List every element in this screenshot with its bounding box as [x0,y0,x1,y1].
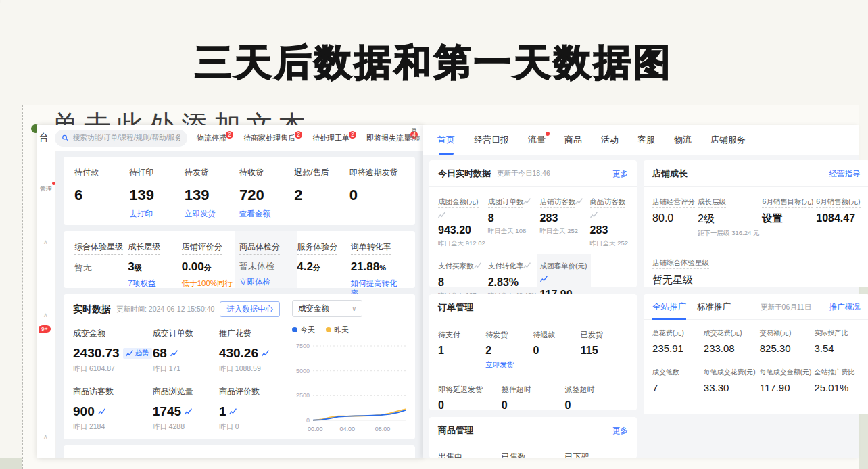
ship-now-link[interactable]: 立即发货 [485,360,533,370]
trend-icon[interactable] [262,350,269,357]
promo-roi: 实际投产比3.54 [814,328,860,354]
left-main: 待付款6 待打印139去打印 待发货139立即发货 待收货720查看金额 退款/… [56,151,423,458]
rights-link[interactable]: 7项权益 [128,278,181,289]
today-updated: 更新于今日18:46 [497,169,550,178]
promo-button[interactable] [249,458,317,458]
order-stats-card: 待付款6 待打印139去打印 待发货139立即发货 待收货720查看金额 退款/… [64,157,415,225]
trend-icon[interactable] [170,350,178,357]
stat-product-check: 商品体检分暂未体检立即体检 [235,231,297,288]
ship-now-link[interactable]: 立即发货 [185,209,239,219]
goods-title: 商品管理 [438,424,473,437]
promo-overview-link[interactable]: 推广概况 [829,302,861,312]
right-dashboard: 首页 经营日报 流量 商品 活动 客服 物流 店铺服务 今日实时数据 更新于今日… [423,125,859,458]
badge: 2 [349,131,356,139]
tab-daily-report[interactable]: 经营日报 [474,134,509,146]
tab-home[interactable]: 首页 [437,134,455,146]
legend-dot-yesterday [326,327,331,332]
x-axis-labels: 00:00 04:00 08:00 [313,426,408,434]
check-now-link[interactable]: 立即体检 [239,277,293,287]
chevron-up-icon[interactable]: ∧ [43,239,48,245]
order-pickup-timeout: 揽件超时0 [502,385,565,412]
series-today-line [313,410,406,420]
stat-inquiry-conversion: 询单转化率21.88%如何提高转化率 [351,240,404,280]
metric-group-orders: 成团订单数8昨日全天 108 [488,195,537,248]
tab-logistics[interactable]: 物流 [674,134,692,146]
stat-growth-level: 成长层级3级7项权益 [128,240,181,280]
search-input[interactable]: 搜索功能/订单/课程/规则/帮助/服务 [55,130,187,147]
below-peers-link[interactable]: 低于100%同行 [182,278,235,289]
promo-spend-per-deal: 每笔成交花费(元)33.30 [704,368,757,393]
topnav-logistics-stalled[interactable]: 物流停滞2 [197,133,234,143]
trend-icon[interactable] [185,408,192,415]
right-topnav: 首页 经营日报 流量 商品 活动 客服 物流 店铺服务 [423,125,859,155]
trend-icon [474,262,481,269]
today-realtime-card: 今日实时数据 更新于今日18:46 更多 成团金额(元)943.20昨日全天 9… [429,160,637,287]
more-link[interactable]: 更多 [612,426,628,436]
trend-chip[interactable]: 趋势 [123,348,152,359]
tab-products[interactable]: 商品 [564,134,582,146]
promo-amount-per-deal: 每笔成交金额(元)117.90 [760,368,812,393]
star-value: 暂无星级 [652,274,861,287]
realtime-updated: 更新时间: 2024-06-12 15:50:40 [116,305,214,314]
topnav-pending-tickets[interactable]: 待处理工单2 [312,133,357,143]
slide-title: 三天后数据和第一天数据图 [0,38,868,88]
chart-legend: 今天 昨天 [292,325,408,335]
legend-yesterday[interactable]: 昨天 [326,325,349,335]
left-sidebar: 管理 ∧ ∧ 9+ ∧ [37,151,56,458]
chevron-up-icon[interactable]: ∧ [43,433,48,440]
tab-standard-promo[interactable]: 标准推广 [697,301,731,313]
metric-select[interactable]: 成交金额∨ [292,300,362,317]
view-amount-link[interactable]: 查看金额 [239,209,294,219]
promo-deal-spend: 成交花费(元)233.08 [704,328,757,354]
promo-updated: 更新于06月11日 [761,303,811,312]
orders-title: 订单管理 [438,301,473,314]
y-tick: 2500 [292,392,310,399]
sidebar-count-badge: 9+ [39,325,51,333]
crossborder-corner[interactable]: ⧉ 跨境 [408,126,420,143]
guidance-link[interactable]: 经营指导 [829,169,861,179]
tab-shop-services[interactable]: 店铺服务 [710,134,746,146]
tab-activities[interactable]: 活动 [601,134,619,146]
star-section: 店铺综合体验星级 暂无星级 [644,246,868,287]
sidebar-item-manage[interactable]: 管理 [40,184,52,193]
search-placeholder: 搜索功能/订单/课程/规则/帮助/服务 [73,133,180,143]
growth-title: 店铺成长 [652,168,688,180]
promo-gmv: 交易额(元)825.30 [760,328,812,354]
tab-service[interactable]: 客服 [637,134,655,146]
order-pending-refund: 待退款0 [533,330,581,370]
shop-growth-card: 店铺成长 经营指导 店铺经营评分80.0 成长层级2级距下一层级 316.24 … [644,160,868,287]
goods-col-label: 出售中 [438,451,502,458]
metric-product-views: 商品浏览量1745昨日 4288 [153,385,219,432]
stat-overdue-ship: 即将逾期发货0 [349,166,404,218]
metric-orders: 成交订单数68昨日 171 [153,326,219,374]
data-center-button[interactable]: 进入数据中心 [220,301,280,317]
order-pending-ship: 待发货2立即发货 [485,330,533,370]
trend-icon [438,212,445,218]
badge: 2 [226,131,233,139]
metric-product-reviews: 商品评价数1昨日 0 [219,385,285,432]
line-chart: 7500 5000 2500 0 00:00 04:00 [292,342,408,434]
monthly-sales: 6月销售额(元)1084.47 [816,195,860,238]
tab-traffic[interactable]: 流量 [528,134,546,146]
trend-icon [523,262,531,269]
x-tick: 08:00 [375,426,391,433]
stat-pending-payment: 待付款6 [74,166,129,218]
chevron-up-icon[interactable]: ∧ [43,312,48,318]
promo-deal-count: 成交笔数7 [652,368,701,393]
promo-618-title: 618大促 [73,457,121,458]
set-target-link[interactable]: 设置 [762,212,813,225]
realtime-metrics: 成交金额2430.73趋势昨日 6104.87 成交订单数68昨日 171 推广… [73,326,285,432]
metric-product-visitors: 商品访客数900昨日 2184 [73,385,153,432]
y-tick: 0 [292,417,310,424]
topnav-pending-aftersales[interactable]: 待商家处理售后2 [243,133,303,143]
star-label: 店铺综合体验星级 [652,258,709,269]
legend-today[interactable]: 今天 [292,325,315,335]
trend-icon[interactable] [229,408,237,415]
go-print-link[interactable]: 去打印 [129,209,184,219]
more-link[interactable]: 更多 [612,169,628,179]
promo-618-banner[interactable]: 618大促 [64,445,415,458]
tab-sitewide-promo[interactable]: 全站推广 [652,301,686,313]
x-tick: 04:00 [339,426,355,433]
trend-icon [590,212,598,218]
trend-icon[interactable] [98,408,105,415]
